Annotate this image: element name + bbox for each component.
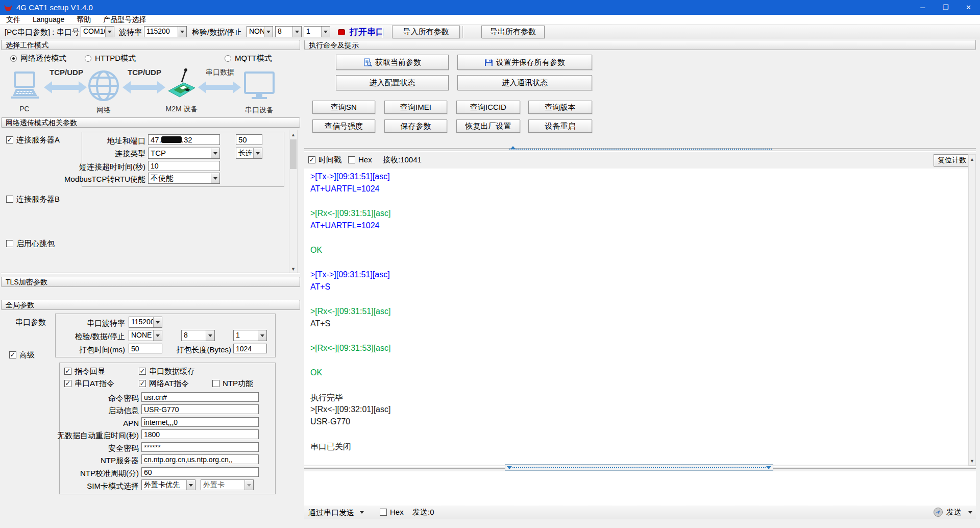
net-at-checkbox[interactable] xyxy=(139,380,146,387)
server-a-port-input[interactable]: 50 xyxy=(236,134,262,145)
mode-label[interactable]: MQTT模式 xyxy=(235,54,272,63)
conn-mode-select[interactable]: 长连接 xyxy=(236,148,262,159)
advanced-label[interactable]: 高级 xyxy=(19,350,35,360)
open-port-button[interactable]: 打开串口 xyxy=(338,27,384,37)
menu-file[interactable]: 文件 xyxy=(0,15,27,25)
menu-language[interactable]: Language xyxy=(27,15,70,25)
cmd-echo-checkbox[interactable] xyxy=(64,368,71,375)
query-imei-button[interactable]: 查询IMEI xyxy=(384,101,447,114)
scrollbar-thumb[interactable] xyxy=(290,139,297,169)
security-password-input[interactable]: ****** xyxy=(141,442,259,452)
menu-help[interactable]: 帮助 xyxy=(70,15,97,25)
conn-type-select[interactable]: TCP xyxy=(148,148,220,159)
query-version-button[interactable]: 查询版本 xyxy=(528,101,592,114)
factory-reset-button[interactable]: 恢复出厂设置 xyxy=(456,119,520,133)
splitter-arrow-up-icon[interactable] xyxy=(510,146,516,149)
timestamp-label[interactable]: 时间戳 xyxy=(318,155,341,165)
cmd-password-input[interactable]: usr.cn# xyxy=(141,392,259,402)
mode-label[interactable]: HTTPD模式 xyxy=(95,54,136,63)
server-a-checkbox[interactable] xyxy=(6,136,13,143)
server-b-checkbox[interactable] xyxy=(6,196,13,203)
server-a-label[interactable]: 连接服务器A xyxy=(16,135,60,145)
server-a-address-input[interactable]: 47..32 xyxy=(148,134,220,145)
heartbeat-label[interactable]: 启用心跳包 xyxy=(16,239,55,249)
baud-select[interactable]: 115200 xyxy=(144,26,187,37)
get-current-params-button[interactable]: 获取当前参数 xyxy=(336,55,449,70)
ntp-label[interactable]: NTP功能 xyxy=(223,379,253,389)
radio-net-transparent-mode[interactable] xyxy=(10,55,17,62)
splitter-dotted-handle[interactable] xyxy=(509,149,772,150)
query-signal-button[interactable]: 查信号强度 xyxy=(312,119,375,133)
scroll-down-icon[interactable]: ▼ xyxy=(969,457,975,465)
heartbeat-checkbox[interactable] xyxy=(6,240,13,247)
boot-info-input[interactable]: USR-G770 xyxy=(141,404,259,414)
chevron-down-icon[interactable] xyxy=(968,511,972,516)
apn-input[interactable]: internet,,,0 xyxy=(141,417,259,427)
com-port-select[interactable]: COM10 xyxy=(81,26,114,37)
send-text-area[interactable] xyxy=(304,471,976,506)
splitter-handle-box[interactable] xyxy=(505,464,773,471)
send-hex-checkbox[interactable] xyxy=(380,509,387,516)
sim-mode2-select[interactable]: 外置卡 xyxy=(201,479,254,490)
query-sn-button[interactable]: 查询SN xyxy=(312,101,375,114)
databits-select[interactable]: 8 xyxy=(275,26,302,37)
scroll-up-icon[interactable]: ▲ xyxy=(289,130,297,139)
sim-mode-select[interactable]: 外置卡优先 xyxy=(141,479,195,490)
send-button[interactable]: 发送 xyxy=(946,508,962,517)
splitter-arrow-down-icon[interactable] xyxy=(507,466,512,469)
reset-count-button[interactable]: 复位计数 xyxy=(934,154,970,166)
enter-config-state-button[interactable]: 进入配置状态 xyxy=(336,75,449,90)
global-params-header[interactable]: 全局参数 xyxy=(1,300,300,310)
gp-stopbits-select[interactable]: 1 xyxy=(233,330,267,341)
net-at-label[interactable]: 网络AT指令 xyxy=(149,379,189,389)
modbus-select[interactable]: 不使能 xyxy=(148,173,220,184)
serial-cache-label[interactable]: 串口数据缓存 xyxy=(149,367,195,376)
short-timeout-input[interactable]: 10 xyxy=(148,161,220,171)
splitter-arrow-down-icon[interactable] xyxy=(766,466,771,469)
timestamp-checkbox[interactable] xyxy=(308,156,315,163)
restore-button[interactable]: ❐ xyxy=(934,0,957,15)
no-data-restart-input[interactable]: 1800 xyxy=(141,429,259,439)
pack-len-input[interactable]: 1024 xyxy=(233,344,267,353)
log-hex-checkbox[interactable] xyxy=(348,156,355,163)
stopbits-select[interactable]: 1 xyxy=(304,26,330,37)
pack-time-input[interactable]: 50 xyxy=(129,344,162,353)
ntp-server-input[interactable]: cn.ntp.org.cn,us.ntp.org.cn,, xyxy=(141,454,259,464)
mode-label[interactable]: 网络透传模式 xyxy=(20,54,66,63)
gp-baud-select[interactable]: 115200 xyxy=(129,317,162,328)
advanced-checkbox[interactable] xyxy=(9,351,16,358)
serial-at-checkbox[interactable] xyxy=(64,380,71,387)
send-hex-label[interactable]: Hex xyxy=(390,508,404,516)
log-hex-label[interactable]: Hex xyxy=(358,155,372,164)
save-params-button[interactable]: 保存参数 xyxy=(384,119,447,133)
parity-select[interactable]: NONE xyxy=(247,26,273,37)
ntp-period-input[interactable]: 60 xyxy=(141,467,259,477)
radio-mqtt-mode[interactable] xyxy=(225,55,231,62)
close-button[interactable]: ✕ xyxy=(957,0,980,15)
server-b-label[interactable]: 连接服务器B xyxy=(16,195,60,204)
log-scrollbar[interactable]: ▲ ▼ xyxy=(968,154,976,466)
tls-header[interactable]: TLS加密参数 xyxy=(1,277,300,287)
serial-at-label[interactable]: 串口AT指令 xyxy=(75,379,114,389)
ntp-checkbox[interactable] xyxy=(212,380,219,387)
send-icon[interactable] xyxy=(933,507,943,519)
query-iccid-button[interactable]: 查询ICCID xyxy=(456,101,520,114)
scroll-up-icon[interactable]: ▲ xyxy=(969,155,975,163)
minimize-button[interactable]: ─ xyxy=(911,0,934,15)
set-save-all-params-button[interactable]: 设置并保存所有参数 xyxy=(457,55,592,70)
gp-parity-select[interactable]: NONE xyxy=(129,330,162,341)
serial-cache-checkbox[interactable] xyxy=(139,368,146,375)
import-all-params-button[interactable]: 导入所有参数 xyxy=(392,26,460,38)
send-via-serial-button[interactable]: 通过串口发送 xyxy=(308,508,354,518)
left-panel-scrollbar[interactable]: ▲ ▼ xyxy=(289,130,298,274)
scroll-down-icon[interactable]: ▼ xyxy=(289,265,297,273)
gp-databits-select[interactable]: 8 xyxy=(181,330,215,341)
radio-httpd-mode[interactable] xyxy=(85,55,91,62)
cmd-echo-label[interactable]: 指令回显 xyxy=(75,367,105,376)
export-all-params-button[interactable]: 导出所有参数 xyxy=(481,26,545,38)
device-restart-button[interactable]: 设备重启 xyxy=(528,119,592,133)
menu-product-model[interactable]: 产品型号选择 xyxy=(97,15,152,25)
enter-comm-state-button[interactable]: 进入通讯状态 xyxy=(457,75,592,90)
log-output-area[interactable]: >[Tx->][09:31:51][asc] AT+UARTFL=1024 >[… xyxy=(304,169,968,465)
splitter-dotted-handle[interactable] xyxy=(512,467,766,468)
